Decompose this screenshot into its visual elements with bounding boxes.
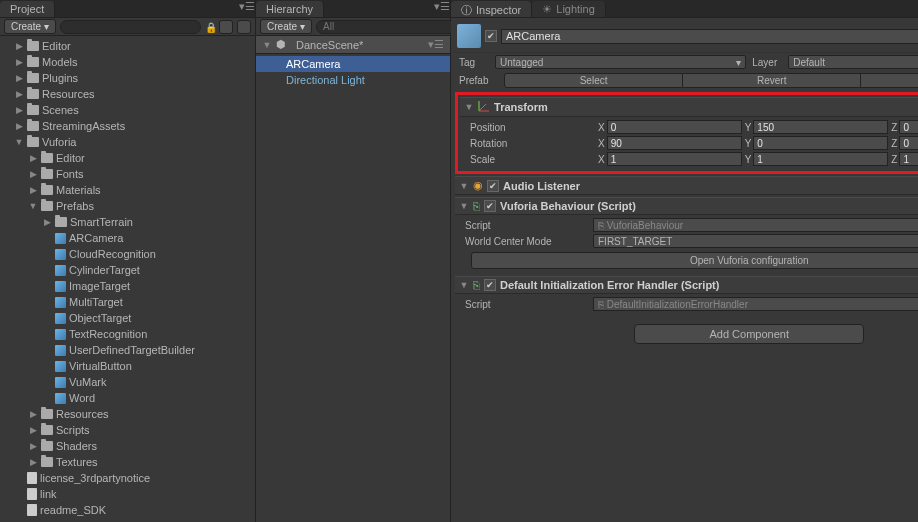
position-y-field[interactable] (753, 120, 888, 134)
tree-row[interactable]: ObjectTarget (0, 310, 255, 326)
foldout-icon[interactable]: ▼ (28, 201, 38, 211)
open-vuforia-config-button[interactable]: Open Vuforia configuration (471, 252, 918, 269)
tree-row[interactable]: MultiTarget (0, 294, 255, 310)
foldout-icon[interactable]: ▶ (14, 41, 24, 51)
foldout-icon[interactable]: ▶ (14, 89, 24, 99)
tree-row[interactable]: ▶Scenes (0, 102, 255, 118)
tree-row[interactable]: ▶Models (0, 54, 255, 70)
favorite-icon[interactable] (237, 20, 251, 34)
foldout-icon[interactable] (42, 313, 52, 323)
component-enable-checkbox[interactable]: ✔ (484, 200, 496, 212)
foldout-icon[interactable] (42, 233, 52, 243)
foldout-icon[interactable]: ▶ (28, 185, 38, 195)
scene-row[interactable]: ▼ ⬢ DanceScene* ▾☰ (256, 36, 450, 54)
tree-row[interactable]: ▶Resources (0, 406, 255, 422)
scale-z-field[interactable] (899, 152, 918, 166)
create-button[interactable]: Create▾ (4, 19, 56, 34)
tree-row[interactable]: ▶Scripts (0, 422, 255, 438)
tree-row[interactable]: ▶Textures (0, 454, 255, 470)
position-x-field[interactable] (607, 120, 742, 134)
search-input[interactable] (60, 20, 201, 34)
foldout-icon[interactable] (42, 265, 52, 275)
tree-row[interactable]: UserDefinedTargetBuilder (0, 342, 255, 358)
tree-row[interactable]: ▼Vuforia (0, 134, 255, 150)
foldout-icon[interactable] (42, 281, 52, 291)
foldout-icon[interactable]: ▶ (28, 169, 38, 179)
component-enable-checkbox[interactable]: ✔ (487, 180, 499, 192)
foldout-icon[interactable] (42, 345, 52, 355)
foldout-icon[interactable]: ▼ (262, 40, 272, 50)
foldout-icon[interactable] (42, 361, 52, 371)
tree-row[interactable]: CylinderTarget (0, 262, 255, 278)
rotation-x-field[interactable] (607, 136, 742, 150)
tree-row[interactable]: link (0, 486, 255, 502)
gameobject-icon[interactable] (457, 24, 481, 48)
tree-row[interactable]: TextRecognition (0, 326, 255, 342)
script-field[interactable]: ⎘ DefaultInitializationErrorHandler⊙ (593, 297, 918, 311)
tree-row[interactable]: Word (0, 390, 255, 406)
tree-row[interactable]: ▶Editor (0, 150, 255, 166)
foldout-icon[interactable]: ▶ (28, 153, 38, 163)
tree-row[interactable]: CloudRecognition (0, 246, 255, 262)
foldout-icon[interactable] (42, 249, 52, 259)
add-component-button[interactable]: Add Component (634, 324, 864, 344)
tree-row[interactable]: ▶StreamingAssets (0, 118, 255, 134)
world-center-mode-dropdown[interactable]: FIRST_TARGET▾ (593, 234, 918, 248)
foldout-icon[interactable]: ▼ (14, 137, 24, 147)
search-input[interactable] (316, 20, 457, 34)
tree-row[interactable]: license_3rdpartynotice (0, 470, 255, 486)
prefab-select-button[interactable]: Select (504, 73, 683, 88)
scale-x-field[interactable] (607, 152, 742, 166)
tag-dropdown[interactable]: Untagged▾ (495, 55, 746, 69)
foldout-icon[interactable] (14, 505, 24, 515)
create-button[interactable]: Create▾ (260, 19, 312, 34)
hierarchy-tab[interactable]: Hierarchy (256, 1, 324, 17)
foldout-icon[interactable]: ▼ (459, 181, 469, 191)
tree-row[interactable]: ▶Materials (0, 182, 255, 198)
foldout-icon[interactable]: ▶ (14, 105, 24, 115)
foldout-icon[interactable]: ▼ (459, 280, 469, 290)
foldout-icon[interactable]: ▶ (14, 57, 24, 67)
lighting-tab[interactable]: ☀Lighting (532, 1, 606, 17)
foldout-icon[interactable]: ▶ (42, 217, 52, 227)
foldout-icon[interactable] (42, 393, 52, 403)
foldout-icon[interactable] (42, 329, 52, 339)
tree-row[interactable]: readme_SDK (0, 502, 255, 518)
inspector-tab[interactable]: ⓘInspector (451, 1, 532, 17)
foldout-icon[interactable] (14, 489, 24, 499)
hierarchy-tree[interactable]: ARCameraDirectional Light (256, 54, 450, 522)
active-checkbox[interactable]: ✔ (485, 30, 497, 42)
project-tree[interactable]: ▶Editor▶Models▶Plugins▶Resources▶Scenes▶… (0, 36, 255, 522)
filter-icon[interactable] (219, 20, 233, 34)
scene-menu-icon[interactable]: ▾☰ (428, 38, 444, 51)
panel-menu-icon[interactable]: ▾☰ (239, 0, 255, 17)
foldout-icon[interactable]: ▼ (459, 201, 469, 211)
foldout-icon[interactable]: ▶ (28, 425, 38, 435)
position-z-field[interactable] (899, 120, 918, 134)
tree-row[interactable]: ▶Editor (0, 38, 255, 54)
tree-row[interactable]: ▶Fonts (0, 166, 255, 182)
foldout-icon[interactable]: ▶ (28, 457, 38, 467)
prefab-revert-button[interactable]: Revert (683, 73, 861, 88)
foldout-icon[interactable]: ▶ (28, 409, 38, 419)
scale-y-field[interactable] (753, 152, 888, 166)
panel-menu-icon[interactable]: ▾☰ (434, 0, 450, 17)
foldout-icon[interactable] (14, 473, 24, 483)
tree-row[interactable]: ARCamera (0, 230, 255, 246)
tree-row[interactable]: VirtualButton (0, 358, 255, 374)
tree-row[interactable]: ▶SmartTerrain (0, 214, 255, 230)
rotation-y-field[interactable] (753, 136, 888, 150)
component-enable-checkbox[interactable]: ✔ (484, 279, 496, 291)
script-field[interactable]: ⎘ VuforiaBehaviour⊙ (593, 218, 918, 232)
foldout-icon[interactable]: ▶ (14, 73, 24, 83)
lock-icon[interactable]: 🔒 (205, 22, 215, 32)
foldout-icon[interactable]: ▶ (14, 121, 24, 131)
tree-row[interactable]: VuMark (0, 374, 255, 390)
hierarchy-row[interactable]: Directional Light (256, 72, 450, 88)
prefab-apply-button[interactable]: Apply (861, 73, 918, 88)
tree-row[interactable]: ▼Prefabs (0, 198, 255, 214)
tree-row[interactable]: ImageTarget (0, 278, 255, 294)
layer-dropdown[interactable]: Default▾ (788, 55, 918, 69)
foldout-icon[interactable] (42, 297, 52, 307)
project-tab[interactable]: Project (0, 1, 55, 17)
